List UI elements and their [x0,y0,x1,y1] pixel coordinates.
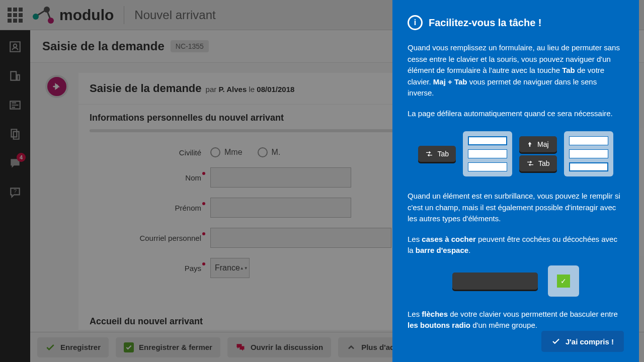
understood-button[interactable]: J'ai compris ! [541,331,624,352]
info-icon: i [408,15,423,30]
fields-forward-illustration [463,131,512,176]
help-paragraph-2: La page défilera automatiquement quand c… [408,108,624,120]
shift-arrow-icon [526,141,533,148]
maj-tab-key-stack: Maj Tab [519,136,557,171]
tab-key-illustration: Tab [418,146,456,162]
help-title: Facilitez-vous la tâche ! [429,17,542,29]
maj-key-illustration: Maj [519,136,557,152]
fields-backward-illustration [564,131,613,176]
checkbox-illustration: ✓ [548,265,579,297]
help-paragraph-5: Les flèches de votre clavier vous permet… [408,309,624,331]
tab-arrows-icon [425,150,433,158]
tab-arrows-icon [526,159,534,167]
help-diagram-tab: Tab Maj Tab [408,131,624,176]
help-paragraph-1: Quand vous remplissez un formulaire, au … [408,42,624,99]
help-panel-header: i Facilitez-vous la tâche ! [408,15,624,30]
checkbox-checked-icon: ✓ [557,275,570,288]
help-diagram-space: ✓ [408,265,624,297]
tab-key-illustration-2: Tab [519,155,557,171]
help-paragraph-3: Quand un élément est en surbrillance, vo… [408,191,624,225]
help-panel: i Facilitez-vous la tâche ! Quand vous r… [392,0,639,362]
space-key-illustration [452,273,538,290]
help-paragraph-4: Les cases à cocher peuvent être cochées … [408,234,624,256]
check-icon [551,337,560,346]
